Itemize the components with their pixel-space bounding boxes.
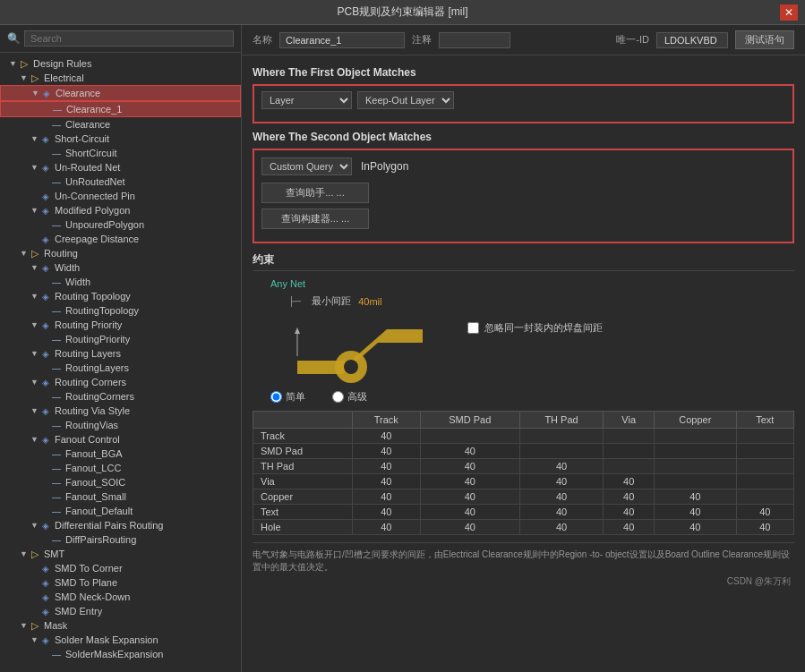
table-cell[interactable]: 40 bbox=[519, 489, 604, 505]
tree-item-differential-pairs[interactable]: ▼◈Differential Pairs Routing bbox=[0, 518, 241, 532]
tree-item-design-rules[interactable]: ▼▷Design Rules bbox=[0, 56, 241, 71]
table-cell[interactable] bbox=[519, 429, 604, 444]
search-input[interactable] bbox=[24, 30, 234, 47]
tree-item-short-circuit[interactable]: ▼◈Short-Circuit bbox=[0, 132, 241, 146]
table-cell[interactable]: 40 bbox=[654, 489, 736, 505]
tree-item-routing-topology[interactable]: ▼◈Routing Topology bbox=[0, 289, 241, 303]
first-match-row: Layer Net Custom Query Keep-Out Layer Al… bbox=[261, 91, 785, 109]
table-cell[interactable] bbox=[736, 459, 793, 474]
tree-item-diffpairsrouting[interactable]: —DiffPairsRouting bbox=[0, 532, 241, 547]
table-cell[interactable]: 40 bbox=[352, 429, 420, 444]
table-cell[interactable]: 40 bbox=[736, 520, 793, 535]
tree-label-unroutednet: UnRoutedNet bbox=[65, 176, 125, 187]
table-cell[interactable]: 40 bbox=[604, 505, 655, 520]
tree-item-routingpriority[interactable]: —RoutingPriority bbox=[0, 332, 241, 346]
table-cell[interactable] bbox=[604, 444, 655, 459]
table-row-label: SMD Pad bbox=[253, 444, 353, 459]
table-cell[interactable] bbox=[604, 459, 655, 474]
table-cell[interactable] bbox=[736, 489, 793, 505]
tree-item-routing-priority[interactable]: ▼◈Routing Priority bbox=[0, 318, 241, 332]
tree-item-routing-layers[interactable]: ▼◈Routing Layers bbox=[0, 346, 241, 361]
tree-item-clearance[interactable]: ▼◈Clearance bbox=[0, 85, 241, 101]
table-cell[interactable] bbox=[654, 429, 736, 444]
first-match-value-select[interactable]: Keep-Out Layer All Layers Top Layer bbox=[357, 91, 454, 109]
table-cell[interactable]: 40 bbox=[420, 444, 519, 459]
tree-item-unroutednet[interactable]: —UnRoutedNet bbox=[0, 174, 241, 189]
tree-item-fanout-default[interactable]: —Fanout_Default bbox=[0, 504, 241, 518]
table-cell[interactable]: 40 bbox=[420, 520, 519, 535]
tree-item-soldermaskexpansion[interactable]: —SolderMaskExpansion bbox=[0, 647, 241, 661]
tree-item-electrical[interactable]: ▼▷Electrical bbox=[0, 71, 241, 85]
tree-item-smd-entry[interactable]: ◈SMD Entry bbox=[0, 604, 241, 618]
table-cell[interactable]: 40 bbox=[352, 505, 420, 520]
table-cell[interactable]: 40 bbox=[654, 505, 736, 520]
tree-item-fanout-small[interactable]: —Fanout_Small bbox=[0, 489, 241, 504]
advanced-radio[interactable] bbox=[332, 391, 344, 403]
table-cell[interactable] bbox=[654, 459, 736, 474]
tree-item-smt[interactable]: ▼▷SMT bbox=[0, 547, 241, 561]
table-cell[interactable]: 40 bbox=[604, 474, 655, 489]
table-cell[interactable]: 40 bbox=[604, 489, 655, 505]
tree-item-routingvias[interactable]: —RoutingVias bbox=[0, 418, 241, 432]
table-cell[interactable]: 40 bbox=[420, 459, 519, 474]
table-cell[interactable] bbox=[654, 474, 736, 489]
table-cell[interactable] bbox=[736, 444, 793, 459]
tree-item-fanout-soic[interactable]: —Fanout_SOIC bbox=[0, 475, 241, 489]
table-cell[interactable]: 40 bbox=[352, 444, 420, 459]
rule-name-input[interactable] bbox=[279, 32, 405, 48]
table-cell[interactable] bbox=[519, 444, 604, 459]
tree-item-routing[interactable]: ▼▷Routing bbox=[0, 246, 241, 260]
tree-item-routingtopology[interactable]: —RoutingTopology bbox=[0, 303, 241, 318]
tree-item-clearance-2[interactable]: —Clearance bbox=[0, 117, 241, 132]
simple-radio[interactable] bbox=[270, 391, 282, 403]
table-cell[interactable]: 40 bbox=[352, 520, 420, 535]
tree-item-shortcircuit[interactable]: —ShortCircuit bbox=[0, 146, 241, 160]
tree-item-fanout-lcc[interactable]: —Fanout_LCC bbox=[0, 461, 241, 475]
table-cell[interactable] bbox=[654, 444, 736, 459]
table-cell[interactable]: 40 bbox=[736, 505, 793, 520]
tree-item-routingcorners[interactable]: —RoutingCorners bbox=[0, 389, 241, 404]
table-cell[interactable] bbox=[420, 429, 519, 444]
tree-item-fanout-bga[interactable]: —Fanout_BGA bbox=[0, 447, 241, 461]
table-cell[interactable] bbox=[736, 474, 793, 489]
table-cell[interactable]: 40 bbox=[519, 459, 604, 474]
table-cell[interactable]: 40 bbox=[420, 505, 519, 520]
tree-item-fanout-control[interactable]: ▼◈Fanout Control bbox=[0, 432, 241, 447]
first-match-type-select[interactable]: Layer Net Custom Query bbox=[261, 91, 352, 109]
tree-item-routinglayers[interactable]: —RoutingLayers bbox=[0, 361, 241, 375]
table-cell[interactable] bbox=[604, 429, 655, 444]
table-cell[interactable]: 40 bbox=[352, 474, 420, 489]
tree-item-modified-polygon[interactable]: ▼◈Modified Polygon bbox=[0, 203, 241, 217]
query-helper-button[interactable]: 查询助手... ... bbox=[261, 183, 369, 203]
table-cell[interactable]: 40 bbox=[519, 505, 604, 520]
table-cell[interactable]: 40 bbox=[352, 459, 420, 474]
query-builder-button[interactable]: 查询构建器... ... bbox=[261, 208, 369, 229]
tree-item-width-sub[interactable]: —Width bbox=[0, 275, 241, 289]
tree-item-clearance-1[interactable]: —Clearance_1 bbox=[0, 101, 241, 117]
table-cell[interactable]: 40 bbox=[352, 489, 420, 505]
tree-item-routing-via-style[interactable]: ▼◈Routing Via Style bbox=[0, 404, 241, 418]
second-match-type-select[interactable]: Custom Query Net Layer bbox=[261, 157, 352, 175]
tree-item-un-connected-pin[interactable]: ◈Un-Connected Pin bbox=[0, 189, 241, 203]
table-cell[interactable]: 40 bbox=[420, 489, 519, 505]
ignore-checkbox[interactable] bbox=[467, 322, 479, 334]
tree-item-creepage-distance[interactable]: ◈Creepage Distance bbox=[0, 232, 241, 246]
comment-input[interactable] bbox=[439, 32, 510, 48]
tree-item-width[interactable]: ▼◈Width bbox=[0, 260, 241, 275]
table-cell[interactable]: 40 bbox=[519, 474, 604, 489]
tree-item-smd-neckdown[interactable]: ◈SMD Neck-Down bbox=[0, 590, 241, 604]
test-button[interactable]: 测试语句 bbox=[735, 30, 794, 49]
table-cell[interactable]: 40 bbox=[420, 474, 519, 489]
tree-item-mask[interactable]: ▼▷Mask bbox=[0, 618, 241, 633]
table-cell[interactable] bbox=[736, 429, 793, 444]
tree-item-smd-plane[interactable]: ◈SMD To Plane bbox=[0, 575, 241, 590]
table-cell[interactable]: 40 bbox=[654, 520, 736, 535]
tree-item-un-routed-net[interactable]: ▼◈Un-Routed Net bbox=[0, 160, 241, 174]
close-button[interactable]: ✕ bbox=[780, 4, 798, 21]
tree-item-routing-corners[interactable]: ▼◈Routing Corners bbox=[0, 375, 241, 389]
tree-item-smd-corner[interactable]: ◈SMD To Corner bbox=[0, 561, 241, 575]
tree-item-solder-mask[interactable]: ▼◈Solder Mask Expansion bbox=[0, 633, 241, 647]
table-cell[interactable]: 40 bbox=[604, 520, 655, 535]
table-cell[interactable]: 40 bbox=[519, 520, 604, 535]
tree-item-unpouredpolygon[interactable]: —UnpouredPolygon bbox=[0, 217, 241, 232]
